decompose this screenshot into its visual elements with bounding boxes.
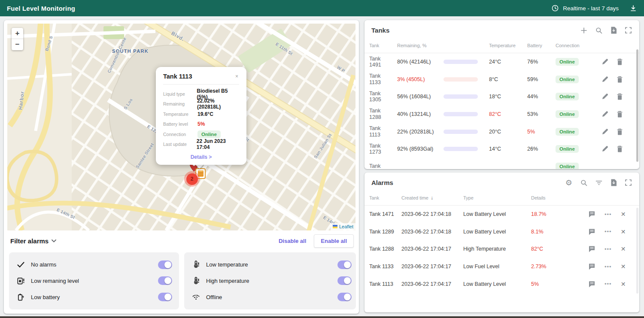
filter-label: Low remaning level xyxy=(31,278,79,284)
toggle-no-alarms[interactable] xyxy=(158,260,172,269)
enable-all-button[interactable]: Enable all xyxy=(314,234,354,248)
list-item[interactable]: Tank 1113 2023-06-22 17:04:17 Low Batter… xyxy=(365,275,639,293)
settings-gear-icon[interactable]: ⚙ xyxy=(565,179,572,186)
edit-icon[interactable] xyxy=(601,128,608,135)
toggle-offline[interactable] xyxy=(337,293,352,301)
popup-battery-value: 5% xyxy=(197,121,205,127)
thermometer-icon xyxy=(191,277,200,285)
toggle-low-remaining[interactable] xyxy=(158,276,172,285)
popup-title: Tank 1113 xyxy=(163,73,192,80)
delete-icon[interactable] xyxy=(617,111,623,118)
filter-label: No alarms xyxy=(31,261,56,268)
sort-descending-icon[interactable]: ↓ xyxy=(431,195,433,201)
popup-field-value: 22.02% (202818L) xyxy=(197,98,239,110)
delete-icon[interactable] xyxy=(617,128,623,135)
map[interactable]: SOUTH PARKFASHIONDISTRICTHarborBond SBlv… xyxy=(7,24,355,230)
list-item[interactable]: Tank 1289 2023-06-22 17:04:18 Low Batter… xyxy=(365,223,639,241)
delete-icon[interactable] xyxy=(617,58,623,65)
edit-icon[interactable] xyxy=(601,76,608,83)
zoom-in-button[interactable]: + xyxy=(12,28,23,39)
chevron-down-icon[interactable] xyxy=(52,239,56,242)
tanks-scrollbar[interactable] xyxy=(636,49,638,162)
more-options-icon[interactable]: ••• xyxy=(605,263,612,270)
edit-icon[interactable] xyxy=(601,111,608,118)
fullscreen-icon[interactable] xyxy=(625,27,632,33)
filter-item-offline: Offline xyxy=(191,293,352,301)
map-cluster-marker[interactable]: 2 xyxy=(184,171,200,187)
toggle-low-battery[interactable] xyxy=(158,293,172,301)
edit-icon[interactable] xyxy=(601,145,608,152)
table-row[interactable]: Tank1305 56% (16084L) 18°C 44% Online xyxy=(365,88,639,106)
edit-icon[interactable] xyxy=(601,58,608,65)
delete-icon[interactable] xyxy=(617,93,623,100)
more-options-icon[interactable]: ••• xyxy=(605,228,612,235)
fuel-progress-bar xyxy=(444,60,478,64)
dismiss-alarm-icon[interactable]: ✕ xyxy=(621,211,626,218)
add-tank-icon[interactable] xyxy=(580,27,587,34)
toggle-high-temperature[interactable] xyxy=(337,276,352,285)
bottom-edge xyxy=(0,316,644,318)
dismiss-alarm-icon[interactable]: ✕ xyxy=(621,281,626,288)
filter-group-right: Low temperature High temperature Offline xyxy=(184,252,356,309)
table-row[interactable]: Tank1491 80% (42146L) 24°C 76% Online xyxy=(365,53,639,71)
fuel-progress-bar xyxy=(444,147,478,151)
table-row[interactable]: Tank1288 40% (13214L) 82°C 53% Online xyxy=(365,106,639,123)
time-range-label[interactable]: Realtime - last 7 days xyxy=(563,5,619,12)
status-badge: Online xyxy=(556,110,579,118)
delete-icon[interactable] xyxy=(617,145,623,152)
more-options-icon[interactable]: ••• xyxy=(605,211,612,218)
delete-icon[interactable] xyxy=(617,76,623,83)
list-item[interactable]: Tank 1471 2023-06-22 17:04:18 Low Batter… xyxy=(365,206,639,223)
popup-field-label: Connection xyxy=(163,132,197,137)
leaflet-link[interactable]: Leaflet xyxy=(339,224,353,229)
comment-icon[interactable] xyxy=(588,211,595,218)
app-header: Fuel Level Monitoring Realtime - last 7 … xyxy=(0,0,644,16)
popup-field-label: Temperature xyxy=(163,112,197,117)
filter-group-left: No alarms Low remaning level Low battery xyxy=(9,252,179,309)
popup-details-link[interactable]: Details > xyxy=(163,154,239,160)
table-row[interactable]: Tank1273 92% (8593Gal) 14°C 26% Online xyxy=(365,140,639,158)
popup-divider xyxy=(163,84,239,85)
status-badge: Online xyxy=(556,145,579,153)
disable-all-button[interactable]: Disable all xyxy=(274,235,310,247)
export-file-icon[interactable] xyxy=(611,179,617,186)
dismiss-alarm-icon[interactable]: ✕ xyxy=(621,228,626,235)
comment-icon[interactable] xyxy=(588,228,595,235)
table-row[interactable]: Tank1113 22% (202818L) 20°C 5% Online xyxy=(365,123,639,140)
more-options-icon[interactable]: ••• xyxy=(605,281,612,287)
dismiss-alarm-icon[interactable]: ✕ xyxy=(621,263,626,270)
map-zoom-control: + − xyxy=(12,28,23,50)
alarms-panel-title: Alarms xyxy=(371,179,393,186)
list-item[interactable]: Tank 1133 2023-06-22 17:04:17 Low Fuel L… xyxy=(365,258,639,276)
zoom-out-button[interactable]: − xyxy=(12,39,23,50)
fuel-progress-bar xyxy=(444,94,478,99)
download-icon[interactable] xyxy=(629,4,637,12)
filter-item-no-alarms: No alarms xyxy=(16,260,172,269)
more-options-icon[interactable]: ••• xyxy=(605,246,612,252)
popup-field-label: Battery level xyxy=(163,121,197,127)
table-row[interactable]: Tank Online xyxy=(365,158,639,169)
check-icon xyxy=(16,262,25,268)
toggle-low-temperature[interactable] xyxy=(337,260,352,269)
fullscreen-icon[interactable] xyxy=(625,179,632,186)
fuel-progress-bar xyxy=(444,112,478,116)
comment-icon[interactable] xyxy=(588,263,595,270)
popup-field-label: Last update xyxy=(163,142,197,147)
alarms-scrollbar[interactable] xyxy=(636,208,638,294)
edit-icon[interactable] xyxy=(601,93,608,100)
filter-alarms-title: Filter alarms xyxy=(10,237,56,245)
comment-icon[interactable] xyxy=(588,245,595,252)
list-item[interactable]: Tank 1288 2023-06-22 17:04:17 High Tempe… xyxy=(365,240,639,258)
filter-item-low-battery: Low battery xyxy=(16,293,172,301)
search-icon[interactable] xyxy=(580,179,587,186)
filter-label: High temperature xyxy=(206,278,249,284)
search-icon[interactable] xyxy=(595,27,602,34)
comment-icon[interactable] xyxy=(588,281,595,288)
table-row[interactable]: Tank1133 3% (4505L) 8°C 59% Online xyxy=(365,71,639,88)
export-file-icon[interactable] xyxy=(611,27,617,34)
clock-icon xyxy=(551,4,559,12)
popup-close-icon[interactable]: × xyxy=(234,73,239,80)
dismiss-alarm-icon[interactable]: ✕ xyxy=(621,245,626,252)
status-badge: Online xyxy=(556,128,579,136)
filter-icon[interactable] xyxy=(595,180,602,186)
